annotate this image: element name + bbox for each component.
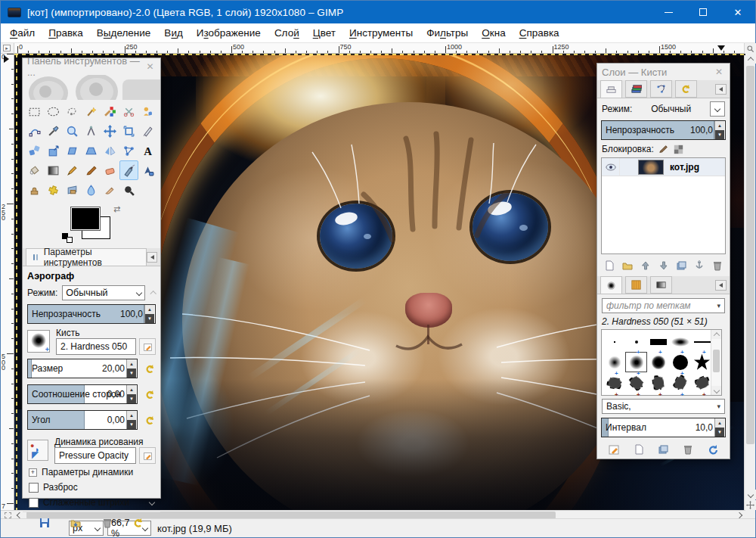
tool-gradient[interactable] bbox=[44, 160, 63, 180]
save-presets-button[interactable] bbox=[36, 515, 54, 530]
dock-menu-button[interactable] bbox=[715, 280, 727, 291]
layer-opacity-slider[interactable]: Непрозрачность 100,0 ▲▼ bbox=[601, 120, 726, 140]
maximize-button[interactable] bbox=[686, 1, 720, 23]
reset-tool-button[interactable] bbox=[129, 515, 147, 530]
brush-filter-input[interactable]: фильтр по меткам ▾ bbox=[602, 298, 725, 313]
delete-preset-button[interactable] bbox=[98, 515, 116, 530]
minimize-button[interactable] bbox=[651, 1, 686, 23]
menu-7[interactable]: Цвет bbox=[306, 25, 342, 41]
menu-3[interactable]: Выделение bbox=[90, 25, 158, 41]
menu-1[interactable]: Файл bbox=[3, 25, 42, 41]
angle-slider[interactable]: Угол 0,00 ▲▼ bbox=[27, 410, 138, 430]
foreground-color[interactable] bbox=[71, 207, 100, 230]
new-layer-button[interactable] bbox=[600, 258, 618, 273]
paint-mode-select[interactable]: Обычный bbox=[62, 285, 145, 300]
default-colors-icon[interactable] bbox=[62, 233, 73, 243]
tool-bucket-fill[interactable] bbox=[25, 160, 44, 180]
opacity-spinner[interactable]: ▲▼ bbox=[144, 305, 154, 323]
tool-crop[interactable] bbox=[138, 121, 157, 141]
tab-patterns[interactable] bbox=[625, 276, 647, 294]
tool-paintbrush[interactable] bbox=[82, 160, 101, 180]
tool-text[interactable]: A bbox=[138, 141, 157, 160]
restore-presets-button[interactable] bbox=[67, 515, 85, 530]
tool-perspective[interactable] bbox=[82, 141, 101, 160]
dock-menu-button[interactable] bbox=[715, 84, 727, 95]
tool-blur-sharpen[interactable] bbox=[82, 180, 101, 200]
tool-dodge-burn[interactable] bbox=[119, 180, 138, 200]
new-brush-button[interactable] bbox=[630, 442, 648, 457]
menu-10[interactable]: Окна bbox=[475, 25, 512, 41]
menu-2[interactable]: Правка bbox=[42, 25, 90, 41]
tool-foreground-select[interactable] bbox=[138, 101, 157, 121]
tool-perspective-clone[interactable] bbox=[63, 180, 82, 200]
tool-scale[interactable] bbox=[44, 141, 63, 160]
tool-move[interactable] bbox=[101, 121, 119, 141]
menu-5[interactable]: Изображение bbox=[190, 25, 268, 41]
duplicate-brush-button[interactable] bbox=[654, 442, 672, 457]
tool-color-picker[interactable] bbox=[44, 121, 63, 141]
tool-clone[interactable] bbox=[25, 180, 44, 200]
tab-brushes[interactable] bbox=[600, 276, 622, 294]
brush-13-spl[interactable] bbox=[647, 373, 669, 393]
tool-flip[interactable] bbox=[101, 141, 119, 160]
lock-pixels-icon[interactable] bbox=[658, 144, 669, 154]
delete-brush-button[interactable] bbox=[679, 442, 697, 457]
tool-pencil[interactable] bbox=[63, 160, 82, 180]
close-icon[interactable]: ✕ bbox=[144, 61, 156, 72]
size-slider[interactable]: Размер 20,00 ▲▼ bbox=[27, 359, 138, 378]
vertical-ruler[interactable]: 0250500750 bbox=[1, 54, 14, 510]
tool-smudge[interactable] bbox=[101, 180, 119, 200]
ruler-corner-button[interactable]: ▸ bbox=[1, 43, 14, 54]
menu-11[interactable]: Справка bbox=[513, 25, 566, 41]
edit-brush-button[interactable] bbox=[605, 442, 623, 457]
new-group-button[interactable] bbox=[618, 258, 637, 273]
edit-brush-button[interactable] bbox=[139, 338, 156, 355]
brush-name-field[interactable]: 2. Hardness 050 bbox=[56, 338, 136, 355]
tab-layers[interactable] bbox=[600, 80, 622, 98]
menu-6[interactable]: Слой bbox=[268, 25, 306, 41]
dock-titlebar[interactable]: Слои — Кисти ✕ bbox=[597, 64, 730, 80]
tool-heal[interactable] bbox=[44, 180, 63, 200]
layer-row[interactable]: кот.jpg bbox=[602, 158, 725, 176]
brush-1-pixel[interactable] bbox=[603, 331, 625, 352]
tool-handle-transform[interactable] bbox=[119, 141, 138, 160]
dynamics-preview[interactable]: ● ◗ ◤ bbox=[27, 440, 48, 461]
horizontal-ruler[interactable]: 0250500750100012501500 bbox=[14, 43, 745, 54]
edit-dynamics-button[interactable] bbox=[139, 447, 156, 464]
tool-shear[interactable] bbox=[63, 141, 82, 160]
toolbox-titlebar[interactable]: Панель инструментов — ... ✕ bbox=[23, 58, 160, 75]
tool-scissors-select[interactable] bbox=[119, 101, 138, 121]
duplicate-layer-button[interactable] bbox=[672, 258, 690, 273]
layer-mode-select[interactable] bbox=[710, 101, 725, 117]
reset-size-button[interactable] bbox=[142, 361, 157, 376]
smooth-stroke-checkbox[interactable]: Сглаженные штрихи bbox=[23, 495, 160, 510]
opacity-slider[interactable]: Непрозрачность 100,0 ▲▼ bbox=[27, 304, 156, 324]
tool-paths[interactable] bbox=[25, 121, 44, 141]
tool-airbrush[interactable] bbox=[119, 160, 138, 180]
close-button[interactable]: ✕ bbox=[720, 1, 755, 23]
brush-grid-scrollbar[interactable] bbox=[711, 330, 721, 395]
tab-gradients[interactable] bbox=[650, 276, 672, 294]
scroll-down-button[interactable] bbox=[745, 490, 756, 499]
swap-colors-icon[interactable]: ⇄ bbox=[113, 204, 120, 214]
vertical-scrollbar[interactable] bbox=[744, 43, 755, 510]
menu-4[interactable]: Вид bbox=[157, 25, 189, 41]
visibility-eye-icon[interactable] bbox=[602, 158, 620, 176]
spacing-slider[interactable]: Интервал 10,0 ▲▼ bbox=[601, 418, 726, 437]
reset-angle-button[interactable] bbox=[142, 412, 157, 428]
anchor-layer-button[interactable] bbox=[690, 258, 708, 273]
delete-layer-button[interactable] bbox=[708, 258, 727, 273]
brush-preview[interactable]: + bbox=[27, 330, 50, 353]
tool-measure[interactable] bbox=[82, 121, 101, 141]
tab-tool-options[interactable]: Параметры инструментов bbox=[26, 248, 147, 266]
menu-9[interactable]: Фильтры bbox=[420, 25, 475, 41]
tool-eraser[interactable] bbox=[101, 160, 119, 180]
tool-align[interactable] bbox=[119, 121, 138, 141]
close-icon[interactable]: ✕ bbox=[713, 67, 725, 77]
dynamics-field[interactable]: Pressure Opacity bbox=[54, 447, 136, 464]
tool-ink[interactable] bbox=[138, 160, 157, 180]
tab-undo[interactable] bbox=[675, 80, 697, 98]
reset-aspect-button[interactable] bbox=[142, 387, 157, 402]
dynamics-options-expander[interactable]: +Параметры динамики bbox=[23, 465, 160, 480]
tool-fuzzy-select[interactable] bbox=[82, 101, 101, 121]
